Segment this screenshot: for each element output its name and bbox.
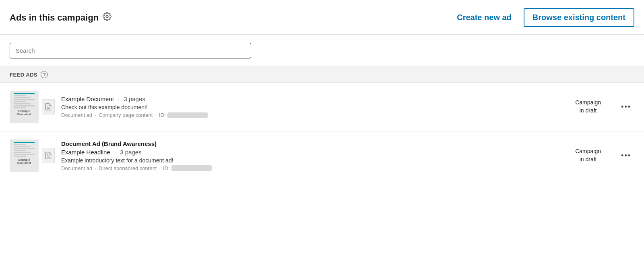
ad-thumbnail-area-2: ExampleDocument xyxy=(10,139,55,172)
help-icon[interactable]: ? xyxy=(41,71,48,78)
ad-id-redacted-2 xyxy=(171,165,212,171)
doc-thumbnail-1: ExampleDocument xyxy=(10,91,39,123)
header: Ads in this campaign Create new ad Brows… xyxy=(0,0,644,35)
ad-name-2: Document Ad (Brand Awareness) xyxy=(61,140,568,147)
header-left: Ads in this campaign xyxy=(10,12,111,23)
ad-status-2: Campaign in draft xyxy=(568,148,608,163)
doc-line-5 xyxy=(14,103,31,104)
doc-line-2 xyxy=(14,97,31,98)
search-container xyxy=(0,35,644,67)
ad-id-redacted-1 xyxy=(167,112,208,118)
ad-item-2: ExampleDocument Document Ad (Brand Aware… xyxy=(0,131,644,180)
doc-line-2-5 xyxy=(14,152,31,153)
header-right: Create new ad Browse existing content xyxy=(453,8,634,27)
ad-item-1: ExampleDocument Example Document · 3 pag… xyxy=(0,83,644,131)
ad-meta-2: Document ad · Direct sponsored content ·… xyxy=(61,165,568,171)
page-title: Ads in this campaign xyxy=(10,12,99,23)
doc-line-7 xyxy=(14,107,26,108)
doc-line-2-6 xyxy=(14,154,35,155)
more-options-button-2[interactable]: ••• xyxy=(618,150,634,162)
more-options-button-1[interactable]: ••• xyxy=(618,101,634,113)
ad-headline-2: Example Headline · 3 pages xyxy=(61,149,568,156)
page-container: Ads in this campaign Create new ad Brows… xyxy=(0,0,644,266)
ad-content-2: Document Ad (Brand Awareness) Example He… xyxy=(61,140,568,171)
doc-line-green-2 xyxy=(14,142,35,143)
document-icon-2 xyxy=(44,151,52,160)
ad-thumbnail-area-1: ExampleDocument xyxy=(10,91,55,123)
ad-description-1: Check out this example document! xyxy=(61,104,568,110)
create-new-ad-button[interactable]: Create new ad xyxy=(453,13,516,22)
ad-status-1: Campaign in draft xyxy=(568,99,608,114)
doc-icon-small-1 xyxy=(42,99,55,114)
feed-ads-section-header: FEED ADS ? xyxy=(0,67,644,83)
browse-existing-button[interactable]: Browse existing content xyxy=(524,8,634,27)
doc-line-6 xyxy=(14,105,35,106)
doc-icon-small-2 xyxy=(42,148,55,163)
doc-thumbnail-2: ExampleDocument xyxy=(10,139,39,172)
doc-thumbnail-label-2: ExampleDocument xyxy=(17,158,31,164)
doc-line-2-2 xyxy=(14,146,31,147)
svg-point-0 xyxy=(106,15,109,18)
doc-line-1 xyxy=(14,95,26,96)
doc-line-2-3 xyxy=(14,148,35,149)
ad-content-1: Example Document · 3 pages Check out thi… xyxy=(61,96,568,118)
feed-ads-label: FEED ADS xyxy=(10,72,37,78)
ad-meta-1: Document ad · Company page content · ID: xyxy=(61,112,568,118)
doc-line-green xyxy=(14,93,35,94)
doc-line-2-1 xyxy=(14,144,26,145)
gear-icon[interactable] xyxy=(103,12,111,23)
ad-name-1: Example Document · 3 pages xyxy=(61,96,568,102)
doc-line-2-4 xyxy=(14,150,26,151)
doc-line-2-7 xyxy=(14,156,26,157)
document-icon-1 xyxy=(44,102,52,111)
doc-thumbnail-label-1: ExampleDocument xyxy=(17,110,31,116)
doc-line-3 xyxy=(14,99,35,100)
ad-description-2: Example introductory text for a document… xyxy=(61,157,568,164)
doc-line-4 xyxy=(14,101,26,102)
search-input[interactable] xyxy=(10,43,251,58)
separator-1: · xyxy=(116,96,122,102)
